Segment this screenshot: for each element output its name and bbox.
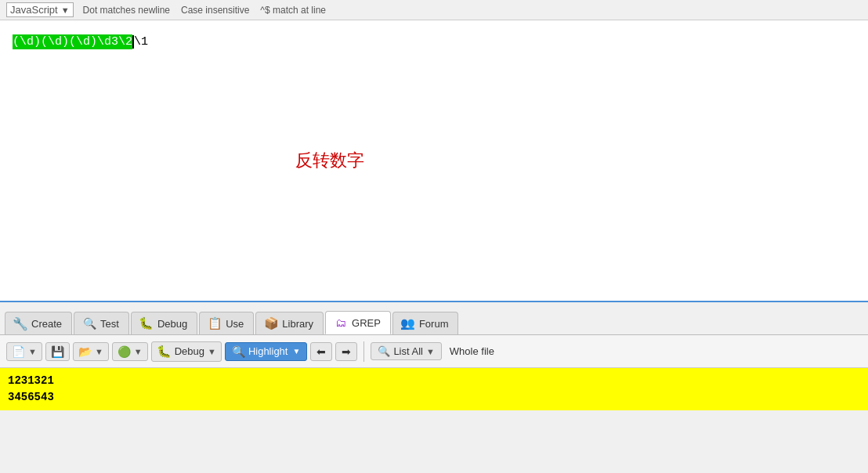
save-button[interactable]: 💾 [45, 342, 70, 361]
run-button[interactable]: 🟢 ▼ [112, 342, 148, 361]
tab-use-label: Use [226, 318, 244, 330]
tab-grep[interactable]: 🗂 GREP [325, 311, 391, 334]
dot-newline-option[interactable]: Dot matches newline [83, 5, 170, 16]
tab-test-label: Test [100, 318, 119, 330]
open-dropdown-arrow: ▼ [95, 347, 103, 356]
new-file-icon: 📄 [12, 345, 25, 358]
forum-icon: 👥 [401, 316, 415, 330]
list-all-dropdown-arrow: ▼ [426, 347, 435, 356]
language-dropdown-arrow: ▼ [61, 5, 70, 15]
whole-file-label: Whole file [450, 345, 494, 357]
tab-grep-label: GREP [352, 317, 381, 329]
list-all-button[interactable]: 🔍 List All ▼ [371, 342, 441, 360]
whole-file-button[interactable]: Whole file [445, 343, 499, 359]
regex-highlighted-part: (\d)(\d)(\d)\d3\2 [13, 34, 132, 49]
new-dropdown-arrow: ▼ [28, 347, 37, 356]
nav-forward-icon: ➡ [342, 345, 351, 358]
test-icon: 🔍 [82, 316, 96, 330]
highlight-label: Highlight [248, 345, 288, 357]
toolbar-separator-1 [363, 341, 364, 362]
results-area: 1231321 3456543 [0, 368, 868, 410]
debug-tab-icon: 🐛 [139, 316, 154, 330]
nav-back-icon: ⬅ [316, 345, 326, 358]
run-icon: 🟢 [118, 345, 131, 358]
tab-library[interactable]: 📦 Library [255, 312, 324, 334]
create-icon: 🔧 [13, 316, 27, 330]
save-icon: 💾 [51, 345, 64, 358]
run-dropdown-arrow: ▼ [134, 347, 143, 356]
caret-dollar-option[interactable]: ^$ match at line [260, 5, 326, 16]
highlight-button[interactable]: 🔍 Highlight ▼ [225, 342, 308, 361]
top-bar: JavaScript ▼ Dot matches newline Case in… [0, 0, 868, 20]
regex-normal-part: \1 [134, 35, 148, 49]
debug-button[interactable]: 🐛 Debug ▼ [151, 341, 222, 362]
list-all-icon: 🔍 [378, 345, 390, 357]
regex-options: Dot matches newline Case insensitive ^$ … [83, 5, 326, 16]
editor-center-text: 反转数字 [295, 149, 364, 172]
case-insensitive-option[interactable]: Case insensitive [181, 5, 249, 16]
regex-input-line: (\d)(\d)(\d)\d3\2\1 [13, 34, 148, 49]
tab-forum-label: Forum [419, 318, 449, 330]
language-label: JavaScript [10, 4, 58, 16]
editor-area[interactable]: (\d)(\d)(\d)\d3\2\1 反转数字 [0, 20, 868, 302]
debug-icon: 🐛 [157, 345, 172, 359]
debug-dropdown-arrow: ▼ [208, 347, 216, 356]
tab-debug-label: Debug [157, 318, 187, 330]
tab-library-label: Library [282, 318, 313, 330]
result-line-1: 1231321 [8, 373, 860, 389]
tab-create[interactable]: 🔧 Create [5, 312, 72, 334]
result-line-2: 3456543 [8, 389, 860, 406]
nav-back-button[interactable]: ⬅ [310, 342, 332, 361]
action-toolbar: 📄 ▼ 💾 📂 ▼ 🟢 ▼ 🐛 Debug ▼ 🔍 Highlight ▼ ⬅ … [0, 335, 868, 368]
tab-create-label: Create [31, 318, 62, 330]
open-icon: 📂 [78, 345, 92, 358]
tab-test[interactable]: 🔍 Test [74, 312, 129, 334]
tab-use[interactable]: 📋 Use [199, 312, 254, 334]
language-selector[interactable]: JavaScript ▼ [6, 2, 74, 17]
highlight-dropdown-arrow: ▼ [292, 347, 300, 356]
tabs-bar: 🔧 Create 🔍 Test 🐛 Debug 📋 Use 📦 Library … [0, 302, 868, 335]
highlight-search-icon: 🔍 [232, 345, 245, 358]
tab-forum[interactable]: 👥 Forum [392, 312, 459, 334]
open-button[interactable]: 📂 ▼ [73, 342, 109, 361]
grep-icon: 🗂 [334, 316, 348, 330]
new-button[interactable]: 📄 ▼ [6, 342, 42, 361]
use-icon: 📋 [208, 316, 222, 330]
tab-debug[interactable]: 🐛 Debug [131, 312, 197, 334]
nav-forward-button[interactable]: ➡ [335, 342, 357, 361]
library-icon: 📦 [264, 316, 278, 330]
list-all-label: List All [393, 345, 423, 357]
debug-label: Debug [175, 345, 204, 357]
